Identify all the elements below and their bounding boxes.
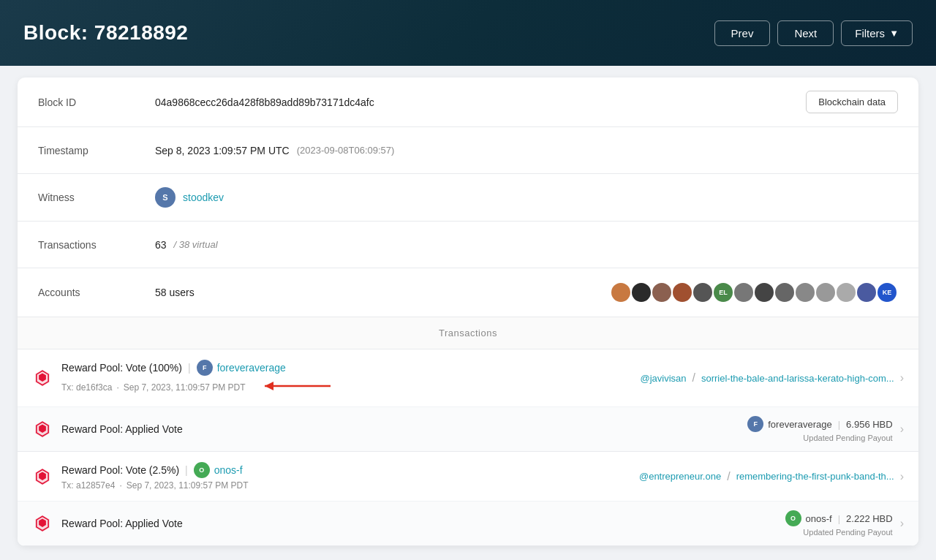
timestamp-row: Timestamp Sep 8, 2023 1:09:57 PM UTC (20… — [18, 127, 918, 174]
tx-right-post-link-2[interactable]: remembering-the-first-punk-band-th... — [736, 471, 894, 482]
hive-sub-icon-2 — [32, 513, 53, 534]
timestamp-local: (2023-09-08T06:09:57) — [297, 145, 395, 156]
tx-info-2: Reward Pool: Vote (2.5%) | O onos-f Tx: … — [61, 462, 630, 491]
tx-sub-right-2: O onos-f | 2.222 HBD Updated Pending Pay… — [785, 510, 904, 537]
tx-sub-user-2: O onos-f | 2.222 HBD — [785, 510, 893, 526]
tx-info-1: Reward Pool: Vote (100%) | F foreveraver… — [61, 360, 631, 396]
avatar — [835, 281, 857, 303]
tx-sub-amount-2: 2.222 HBD — [846, 513, 893, 524]
transactions-row: Transactions 63 / 38 virtual — [18, 222, 918, 268]
tx-sub-label-1: Updated Pending Payout — [747, 434, 892, 442]
avatar — [671, 281, 693, 303]
timestamp-label: Timestamp — [38, 145, 155, 156]
page-title: Block: 78218892 — [23, 21, 188, 45]
block-id-row: Block ID 04a9868cecc26da428f8b89add89b73… — [18, 77, 918, 127]
tx-title-2: Reward Pool: Vote (2.5%) | O onos-f — [61, 462, 630, 478]
transaction-group-1: Reward Pool: Vote (100%) | F foreveraver… — [18, 349, 918, 452]
avatar — [610, 281, 632, 303]
transaction-main-row-2[interactable]: Reward Pool: Vote (2.5%) | O onos-f Tx: … — [18, 452, 918, 502]
witness-label: Witness — [38, 192, 155, 203]
tx-user-avatar-2: O — [194, 462, 210, 478]
hive-icon — [32, 368, 53, 388]
page-header: Block: 78218892 Prev Next Filters ▼ — [0, 0, 936, 66]
tx-sub-chevron-2: › — [900, 517, 904, 530]
tx-user-link-2[interactable]: onos-f — [214, 464, 243, 476]
avatar: EL — [712, 281, 734, 303]
tx-date-1: Sep 7, 2023, 11:09:57 PM PDT — [124, 382, 246, 393]
block-info-card: Block ID 04a9868cecc26da428f8b89add89b73… — [18, 77, 918, 546]
transaction-group-2: Reward Pool: Vote (2.5%) | O onos-f Tx: … — [18, 452, 918, 546]
avatar — [753, 281, 775, 303]
transactions-count: 63 — [155, 239, 167, 251]
witness-link[interactable]: stoodkev — [183, 192, 224, 203]
next-button[interactable]: Next — [777, 20, 834, 46]
avatar — [733, 281, 755, 303]
tx-title-1: Reward Pool: Vote (100%) | F foreveraver… — [61, 360, 631, 376]
filter-icon: ▼ — [889, 28, 899, 39]
tx-sub-chevron-1: › — [900, 423, 904, 436]
tx-sub-right-1: F foreveraverage | 6.956 HBD Updated Pen… — [747, 416, 904, 442]
transactions-value: 63 / 38 virtual — [155, 239, 898, 251]
block-id-label: Block ID — [38, 97, 155, 108]
witness-row: Witness S stoodkev — [18, 174, 918, 222]
tx-sub-info-2: Reward Pool: Applied Vote — [61, 518, 777, 529]
header-actions: Prev Next Filters ▼ — [714, 20, 913, 46]
transactions-section-header: Transactions — [18, 317, 918, 349]
hive-sub-icon-1 — [32, 419, 53, 439]
arrow-annotation — [257, 378, 345, 396]
timestamp-value: Sep 8, 2023 1:09:57 PM UTC (2023-09-08T0… — [155, 145, 898, 156]
tx-sub-label-2: Updated Pending Payout — [785, 528, 893, 537]
tx-sub-avatar-2: O — [785, 510, 801, 526]
accounts-label: Accounts — [38, 287, 155, 298]
witness-avatar: S — [155, 187, 176, 208]
transaction-sub-row-2[interactable]: Reward Pool: Applied Vote O onos-f | 2.2… — [18, 502, 918, 545]
svg-marker-4 — [265, 382, 273, 390]
tx-right-1: @javivisan / sorriel-the-bale-and-lariss… — [640, 371, 904, 385]
tx-sub-info-1: Reward Pool: Applied Vote — [61, 423, 739, 435]
user-avatars: EL KE — [613, 281, 898, 303]
transactions-label: Transactions — [38, 239, 155, 251]
blockchain-data-button[interactable]: Blockchain data — [806, 91, 898, 113]
tx-sub-title-1: Reward Pool: Applied Vote — [61, 423, 739, 435]
tx-meta-1: Tx: de16f3ca · Sep 7, 2023, 11:09:57 PM … — [61, 378, 631, 396]
avatar — [856, 281, 878, 303]
filters-button[interactable]: Filters ▼ — [841, 20, 913, 46]
block-id-value: 04a9868cecc26da428f8b89add89b73171dc4afc… — [155, 91, 898, 113]
virtual-count: / 38 virtual — [174, 239, 218, 250]
prev-button[interactable]: Prev — [714, 20, 771, 46]
tx-sub-user-1: F foreveraverage | 6.956 HBD — [747, 416, 892, 432]
avatar — [630, 281, 652, 303]
accounts-row: Accounts 58 users EL KE — [18, 268, 918, 317]
avatar — [815, 281, 837, 303]
witness-value: S stoodkev — [155, 187, 898, 208]
tx-right-user-link-1[interactable]: @javivisan — [640, 373, 686, 384]
tx-sub-avatar-1: F — [747, 416, 763, 432]
accounts-value: 58 users EL KE — [155, 281, 898, 303]
tx-chevron-1: › — [900, 371, 904, 385]
filters-label: Filters — [855, 27, 885, 39]
hive-icon-2 — [32, 466, 53, 487]
tx-meta-2: Tx: a12857e4 · Sep 7, 2023, 11:09:57 PM … — [61, 480, 630, 491]
tx-hash-1: Tx: de16f3ca — [61, 382, 112, 393]
tx-sub-amount-1: 6.956 HBD — [846, 419, 893, 430]
tx-date-2: Sep 7, 2023, 11:09:57 PM PDT — [127, 480, 249, 491]
avatar — [651, 281, 673, 303]
avatar — [692, 281, 714, 303]
tx-sub-title-2: Reward Pool: Applied Vote — [61, 518, 777, 529]
tx-hash-2: Tx: a12857e4 — [61, 480, 115, 491]
transaction-main-row-1[interactable]: Reward Pool: Vote (100%) | F foreveraver… — [18, 349, 918, 407]
tx-user-link-1[interactable]: foreveraverage — [217, 362, 286, 374]
tx-user-avatar-1: F — [197, 360, 213, 376]
timestamp-utc: Sep 8, 2023 1:09:57 PM UTC — [155, 145, 290, 156]
avatar: KE — [876, 281, 898, 303]
avatar — [774, 281, 796, 303]
tx-chevron-2: › — [900, 470, 904, 483]
tx-right-user-link-2[interactable]: @entrepreneur.one — [639, 471, 721, 482]
users-count: 58 users — [155, 287, 195, 298]
transaction-sub-row-1[interactable]: Reward Pool: Applied Vote F foreveravera… — [18, 407, 918, 451]
tx-right-2: @entrepreneur.one / remembering-the-firs… — [639, 470, 904, 483]
avatar — [794, 281, 816, 303]
tx-right-post-link-1[interactable]: sorriel-the-bale-and-larissa-kerato-high… — [701, 373, 894, 384]
